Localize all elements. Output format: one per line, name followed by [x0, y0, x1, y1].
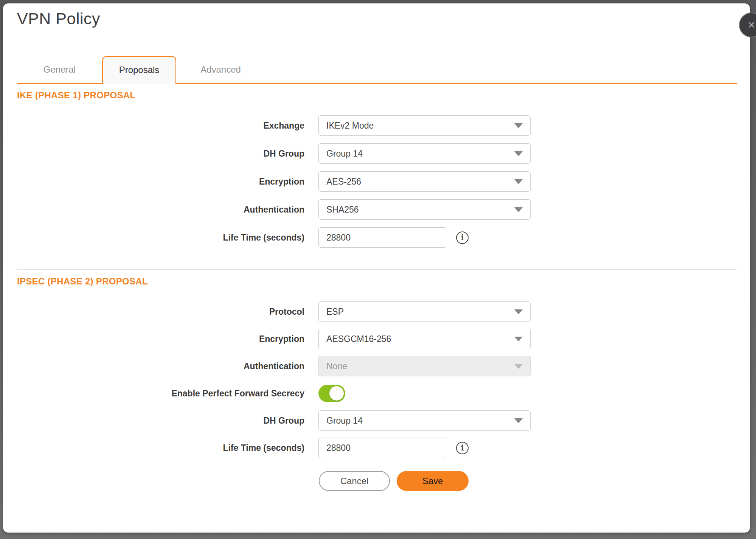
info-icon[interactable]: i	[456, 442, 469, 454]
info-icon[interactable]: i	[456, 231, 469, 244]
exchange-label: Exchange	[3, 121, 304, 131]
ipsec-dh-group-select-value: Group 14	[326, 416, 363, 426]
dropdown-arrow-icon	[514, 207, 523, 212]
protocol-select[interactable]: ESP	[318, 301, 531, 322]
life-time-label: Life Time (seconds)	[3, 443, 304, 453]
authentication-select-value: SHA256	[326, 205, 359, 215]
ipsec-authentication-select: None	[318, 356, 531, 376]
dh-group-row: DH Group Group 14	[3, 143, 750, 164]
dropdown-arrow-icon	[514, 123, 523, 128]
life-time-label: Life Time (seconds)	[3, 233, 304, 243]
authentication-label: Authentication	[3, 205, 304, 215]
tab-bar: General Proposals Advanced	[17, 56, 737, 84]
protocol-row: Protocol ESP	[3, 301, 750, 322]
exchange-row: Exchange IKEv2 Mode	[3, 115, 750, 136]
dropdown-arrow-icon	[514, 309, 523, 314]
dropdown-arrow-icon	[514, 151, 523, 156]
save-button[interactable]: Save	[397, 471, 469, 491]
life-time-row: Life Time (seconds) i	[3, 227, 750, 248]
life-time-input[interactable]	[318, 227, 446, 248]
authentication-row: Authentication None	[3, 356, 750, 376]
pfs-toggle[interactable]	[318, 385, 345, 402]
ipsec-encryption-select-value: AESGCM16-256	[326, 334, 391, 344]
vpn-policy-dialog: VPN Policy General Proposals Advanced IK…	[3, 3, 750, 533]
encryption-row: Encryption AES-256	[3, 171, 750, 192]
page-title: VPN Policy	[17, 9, 100, 28]
authentication-select[interactable]: SHA256	[318, 199, 531, 220]
dh-group-select[interactable]: Group 14	[318, 143, 531, 164]
encryption-label: Encryption	[3, 177, 304, 187]
tab-general[interactable]: General	[17, 56, 102, 83]
dh-group-row: DH Group Group 14	[3, 410, 750, 431]
ipsec-phase2-section: IPSEC (PHASE 2) PROPOSAL Protocol ESP En…	[3, 276, 750, 465]
ike-phase1-section: IKE (PHASE 1) PROPOSAL Exchange IKEv2 Mo…	[3, 90, 750, 255]
encryption-label: Encryption	[3, 334, 304, 344]
protocol-label: Protocol	[3, 307, 304, 317]
encryption-select-value: AES-256	[326, 177, 361, 187]
dh-group-label: DH Group	[3, 416, 304, 426]
ipsec-life-time-input[interactable]	[318, 438, 446, 458]
dropdown-arrow-icon	[514, 418, 523, 423]
protocol-select-value: ESP	[326, 307, 344, 317]
dropdown-arrow-icon	[514, 364, 523, 369]
dropdown-arrow-icon	[514, 337, 523, 342]
encryption-select[interactable]: AES-256	[318, 171, 531, 192]
dh-group-select-value: Group 14	[326, 149, 363, 159]
ipsec-authentication-select-value: None	[326, 361, 347, 371]
authentication-label: Authentication	[3, 361, 304, 371]
section-divider	[17, 269, 737, 270]
exchange-select-value: IKEv2 Mode	[326, 121, 374, 131]
cancel-button[interactable]: Cancel	[319, 471, 390, 491]
ike-phase1-heading: IKE (PHASE 1) PROPOSAL	[17, 90, 750, 101]
tab-proposals[interactable]: Proposals	[102, 56, 176, 84]
dh-group-label: DH Group	[3, 149, 304, 159]
pfs-row: Enable Perfect Forward Secrecy	[3, 383, 750, 404]
ipsec-phase2-heading: IPSEC (PHASE 2) PROPOSAL	[17, 276, 750, 287]
tab-advanced[interactable]: Advanced	[176, 56, 265, 83]
authentication-row: Authentication SHA256	[3, 199, 750, 220]
dropdown-arrow-icon	[514, 179, 523, 184]
encryption-row: Encryption AESGCM16-256	[3, 329, 750, 349]
ipsec-dh-group-select[interactable]: Group 14	[318, 410, 531, 431]
life-time-row: Life Time (seconds) i	[3, 438, 750, 458]
toggle-knob	[329, 386, 344, 401]
ipsec-encryption-select[interactable]: AESGCM16-256	[318, 329, 531, 349]
exchange-select[interactable]: IKEv2 Mode	[318, 115, 531, 136]
pfs-label: Enable Perfect Forward Secrecy	[3, 388, 304, 399]
footer-actions: Cancel Save	[319, 471, 469, 491]
